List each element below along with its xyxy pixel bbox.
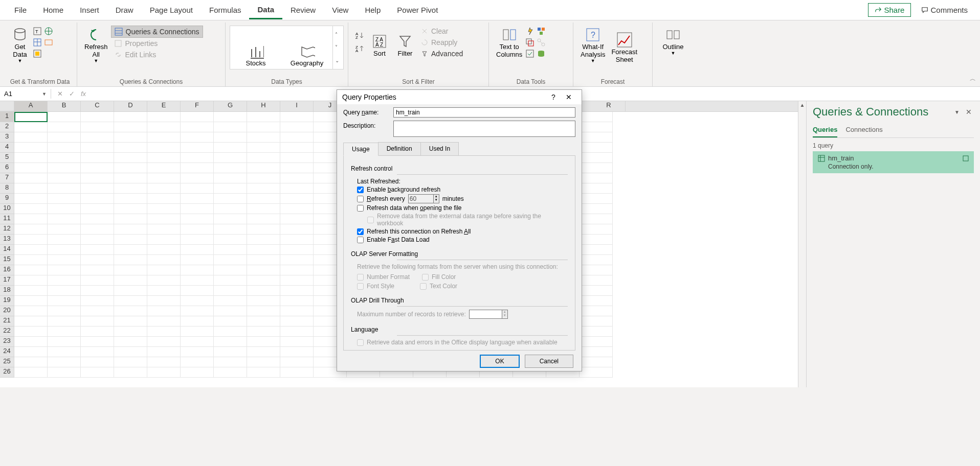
cell[interactable] (247, 296, 280, 306)
cell[interactable] (81, 275, 114, 286)
cell[interactable] (280, 163, 314, 173)
description-input[interactable] (393, 121, 575, 137)
panel-close-icon[interactable]: ✕ (964, 108, 974, 116)
cell[interactable] (214, 214, 247, 224)
cell[interactable] (114, 173, 147, 183)
row-header-10[interactable]: 10 (0, 204, 14, 214)
cell[interactable] (147, 204, 181, 214)
cell[interactable] (580, 357, 613, 367)
cell[interactable] (114, 296, 147, 306)
cell[interactable] (81, 224, 114, 235)
sort-desc-icon[interactable]: ZA (354, 44, 365, 53)
fast-load-checkbox[interactable]: Enable Fast Data Load (357, 236, 568, 243)
cell[interactable] (114, 286, 147, 296)
cell[interactable] (48, 316, 81, 327)
cell[interactable] (14, 143, 48, 153)
cell[interactable] (214, 112, 247, 122)
datatype-up-icon[interactable]: ˄ (335, 32, 339, 37)
cell[interactable] (280, 296, 314, 306)
cell[interactable] (48, 173, 81, 183)
row-header-20[interactable]: 20 (0, 306, 14, 316)
row-header-6[interactable]: 6 (0, 163, 14, 173)
row-header-22[interactable]: 22 (0, 327, 14, 337)
cell[interactable] (247, 143, 280, 153)
cell[interactable] (280, 204, 314, 214)
cell[interactable] (214, 204, 247, 214)
cell[interactable] (247, 255, 280, 265)
cell[interactable] (14, 275, 48, 286)
cell[interactable] (181, 112, 214, 122)
cell[interactable] (48, 245, 81, 255)
cell[interactable] (181, 153, 214, 163)
enter-formula-icon[interactable]: ✓ (69, 90, 75, 98)
name-box[interactable]: A1 ▼ (0, 89, 51, 99)
cell[interactable] (247, 153, 280, 163)
cell[interactable] (580, 286, 613, 296)
cell[interactable] (114, 112, 147, 122)
cell[interactable] (114, 275, 147, 286)
cell[interactable] (147, 265, 181, 275)
cell[interactable] (48, 337, 81, 347)
cell[interactable] (147, 357, 181, 367)
cell[interactable] (280, 122, 314, 132)
cell[interactable] (81, 183, 114, 194)
from-text-icon[interactable]: T (33, 27, 42, 36)
cell[interactable] (81, 122, 114, 132)
filter-button[interactable]: Filter (392, 25, 418, 59)
cell[interactable] (214, 122, 247, 132)
cell[interactable] (580, 337, 613, 347)
cell[interactable] (214, 132, 247, 143)
cell[interactable] (181, 357, 214, 367)
enable-bg-refresh-checkbox[interactable]: Enable background refresh (357, 186, 568, 193)
cell[interactable] (247, 235, 280, 245)
datatype-down-icon[interactable]: ˅ (335, 44, 339, 50)
cell[interactable] (214, 296, 247, 306)
cell[interactable] (247, 337, 280, 347)
cell[interactable] (147, 245, 181, 255)
datatype-expand-icon[interactable]: ⌄ (335, 58, 339, 63)
cell[interactable] (147, 235, 181, 245)
row-header-26[interactable]: 26 (0, 367, 14, 378)
cell[interactable] (580, 347, 613, 357)
cell[interactable] (280, 194, 314, 204)
cell[interactable] (81, 316, 114, 327)
panel-tab-connections[interactable]: Connections (845, 124, 882, 137)
cell[interactable] (580, 245, 613, 255)
cell[interactable] (114, 143, 147, 153)
cell[interactable] (214, 275, 247, 286)
cell[interactable] (214, 235, 247, 245)
tab-power-pivot[interactable]: Power Pivot (389, 2, 446, 18)
column-header-C[interactable]: C (81, 101, 114, 111)
remove-duplicates-icon[interactable] (525, 38, 534, 47)
tab-help[interactable]: Help (357, 2, 389, 18)
cell[interactable] (81, 367, 114, 378)
cell[interactable] (14, 296, 48, 306)
cell[interactable] (81, 132, 114, 143)
cell[interactable] (48, 265, 81, 275)
cell[interactable] (280, 183, 314, 194)
comments-button[interactable]: Comments (915, 3, 974, 17)
cell[interactable] (247, 163, 280, 173)
cell[interactable] (81, 255, 114, 265)
share-button[interactable]: Share (868, 3, 911, 17)
cell[interactable] (14, 112, 48, 122)
dialog-help-icon[interactable]: ? (546, 93, 561, 101)
cell[interactable] (14, 347, 48, 357)
cell[interactable] (181, 143, 214, 153)
data-model-icon[interactable] (537, 49, 546, 58)
cancel-formula-icon[interactable]: ✕ (57, 90, 63, 98)
cell[interactable] (147, 275, 181, 286)
cell[interactable] (114, 235, 147, 245)
cell[interactable] (48, 367, 81, 378)
cell[interactable] (48, 194, 81, 204)
cell[interactable] (14, 245, 48, 255)
text-to-columns-button[interactable]: Text to Columns (493, 25, 525, 60)
cell[interactable] (81, 265, 114, 275)
cell[interactable] (247, 265, 280, 275)
cell[interactable] (147, 183, 181, 194)
cell[interactable] (214, 173, 247, 183)
cell[interactable] (280, 245, 314, 255)
cell[interactable] (48, 224, 81, 235)
edit-links-button[interactable]: Edit Links (111, 49, 203, 60)
cell[interactable] (14, 224, 48, 235)
